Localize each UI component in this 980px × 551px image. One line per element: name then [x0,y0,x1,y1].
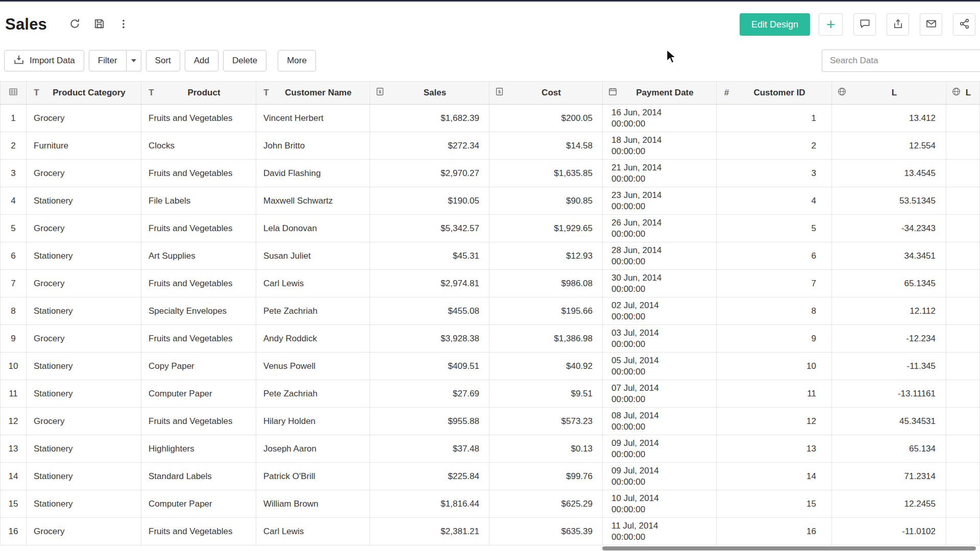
cell-customer-id[interactable]: 3 [717,160,832,187]
row-number[interactable]: 15 [1,490,27,518]
row-number[interactable]: 9 [1,325,27,353]
cell-sales[interactable]: $2,974.81 [370,270,489,297]
cell-product[interactable]: Fruits and Vegetables [141,408,256,435]
cell-longitude-partial[interactable] [946,297,980,325]
cell-customer-id[interactable]: 4 [717,187,832,215]
cell-product[interactable]: File Labels [141,187,256,215]
cell-cost[interactable]: $573.23 [489,408,603,435]
cell-product-category[interactable]: Furniture [27,132,141,160]
cell-customer-id[interactable]: 6 [717,242,832,270]
cell-product-category[interactable]: Stationery [27,435,141,463]
cell-cost[interactable]: $625.29 [489,490,603,518]
column-header-customer-id[interactable]: # Customer ID [717,82,832,105]
cell-cost[interactable]: $1,386.98 [489,325,603,353]
cell-payment-date[interactable]: 11 Jul, 2014 00:00:00 [603,518,717,545]
cell-latitude[interactable]: 65.1345 [832,270,946,297]
cell-payment-date[interactable]: 23 Jun, 2014 00:00:00 [603,187,717,215]
cell-sales[interactable]: $45.31 [370,242,489,270]
column-header-sales[interactable]: $ Sales [370,82,489,105]
cell-cost[interactable]: $0.13 [489,435,603,463]
cell-customer-name[interactable]: Joseph Aaron [256,435,370,463]
cell-product[interactable]: Copy Paper [141,353,256,380]
cell-longitude-partial[interactable] [946,463,980,490]
edit-design-button[interactable]: Edit Design [740,13,810,36]
cell-latitude[interactable]: 65.134 [832,435,946,463]
cell-customer-name[interactable]: Maxwell Schwartz [256,187,370,215]
row-number[interactable]: 4 [1,187,27,215]
cell-customer-id[interactable]: 2 [717,132,832,160]
cell-customer-id[interactable]: 13 [717,435,832,463]
cell-customer-id[interactable]: 7 [717,270,832,297]
cell-payment-date[interactable]: 16 Jun, 2014 00:00:00 [603,105,717,132]
cell-longitude-partial[interactable] [946,325,980,353]
row-number[interactable]: 13 [1,435,27,463]
cell-product[interactable]: Computer Paper [141,490,256,518]
cell-customer-name[interactable]: Carl Lewis [256,518,370,545]
cell-longitude-partial[interactable] [946,242,980,270]
cell-cost[interactable]: $99.76 [489,463,603,490]
cell-latitude[interactable]: 12.554 [832,132,946,160]
cell-customer-name[interactable]: William Brown [256,490,370,518]
cell-cost[interactable]: $635.39 [489,518,603,545]
cell-customer-name[interactable]: Carl Lewis [256,270,370,297]
cell-customer-name[interactable]: Lela Donovan [256,215,370,242]
cell-latitude[interactable]: -13.11161 [832,380,946,408]
cell-product[interactable]: Fruits and Vegetables [141,325,256,353]
cell-payment-date[interactable]: 26 Jun, 2014 00:00:00 [603,215,717,242]
cell-payment-date[interactable]: 02 Jul, 2014 00:00:00 [603,297,717,325]
horizontal-scrollbar-thumb[interactable] [602,546,976,550]
row-number[interactable]: 8 [1,297,27,325]
cell-customer-id[interactable]: 9 [717,325,832,353]
row-number[interactable]: 12 [1,408,27,435]
cell-product[interactable]: Highlighters [141,435,256,463]
cell-product-category[interactable]: Grocery [27,518,141,545]
cell-sales[interactable]: $955.88 [370,408,489,435]
cell-customer-id[interactable]: 1 [717,105,832,132]
row-number[interactable]: 10 [1,353,27,380]
row-number[interactable]: 7 [1,270,27,297]
cell-cost[interactable]: $40.92 [489,353,603,380]
email-button[interactable] [920,13,942,36]
cell-customer-name[interactable]: Venus Powell [256,353,370,380]
cell-customer-name[interactable]: David Flashing [256,160,370,187]
cell-sales[interactable]: $37.48 [370,435,489,463]
cell-sales[interactable]: $3,928.38 [370,325,489,353]
cell-product[interactable]: Art Supplies [141,242,256,270]
cell-product[interactable]: Fruits and Vegetables [141,270,256,297]
cell-longitude-partial[interactable] [946,270,980,297]
row-number[interactable]: 11 [1,380,27,408]
cell-cost[interactable]: $986.08 [489,270,603,297]
cell-customer-name[interactable]: Patrick O'Brill [256,463,370,490]
row-number[interactable]: 6 [1,242,27,270]
cell-cost[interactable]: $1,635.85 [489,160,603,187]
cell-latitude[interactable]: 71.2314 [832,463,946,490]
cell-latitude[interactable]: 45.34531 [832,408,946,435]
cell-cost[interactable]: $12.93 [489,242,603,270]
more-button[interactable]: More [278,50,316,71]
cell-latitude[interactable]: -34.2343 [832,215,946,242]
save-button[interactable] [90,15,108,34]
cell-latitude[interactable]: 13.412 [832,105,946,132]
cell-product[interactable]: Fruits and Vegetables [141,160,256,187]
export-button[interactable] [887,13,909,36]
cell-longitude-partial[interactable] [946,380,980,408]
cell-payment-date[interactable]: 30 Jun, 2014 00:00:00 [603,270,717,297]
cell-product[interactable]: Fruits and Vegetables [141,215,256,242]
import-data-button[interactable]: Import Data [4,50,84,71]
cell-product-category[interactable]: Stationery [27,242,141,270]
cell-customer-id[interactable]: 11 [717,380,832,408]
cell-longitude-partial[interactable] [946,408,980,435]
cell-latitude[interactable]: 34.3451 [832,242,946,270]
cell-latitude[interactable]: 12.2455 [832,490,946,518]
cell-product-category[interactable]: Stationery [27,187,141,215]
cell-cost[interactable]: $200.05 [489,105,603,132]
add-button[interactable]: Add [185,50,218,71]
cell-product-category[interactable]: Grocery [27,105,141,132]
row-number[interactable]: 14 [1,463,27,490]
cell-product-category[interactable]: Grocery [27,215,141,242]
refresh-button[interactable] [65,15,84,34]
cell-payment-date[interactable]: 18 Jun, 2014 00:00:00 [603,132,717,160]
search-input[interactable] [822,49,980,72]
cell-product-category[interactable]: Grocery [27,325,141,353]
filter-button[interactable]: Filter [89,50,127,71]
